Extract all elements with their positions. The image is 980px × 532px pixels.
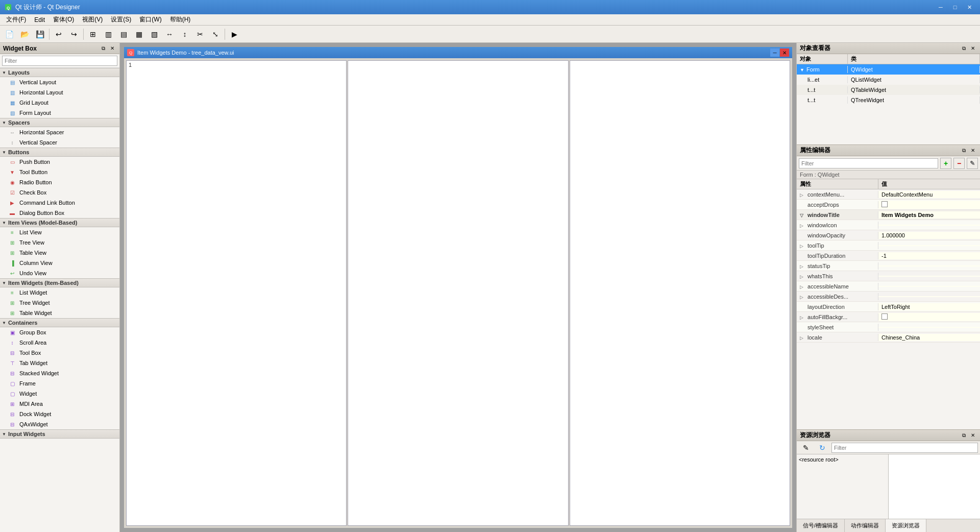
widget-command-link[interactable]: ▶ Command Link Button xyxy=(0,198,119,208)
widget-grid-layout[interactable]: ▦ Grid Layout xyxy=(0,98,119,108)
widget-mdi-area[interactable]: ⊞ MDI Area xyxy=(0,399,119,409)
obj-row-listwidget[interactable]: li...et QListWidget xyxy=(797,75,980,85)
widget-dialog-button-box[interactable]: ▬ Dialog Button Box xyxy=(0,208,119,218)
prop-row-locale[interactable]: ▷ locale Chinese_China xyxy=(797,332,980,343)
undo-button[interactable]: ↩ xyxy=(52,27,66,41)
autofill-checkbox[interactable] xyxy=(881,313,888,320)
menu-file[interactable]: 文件(F) xyxy=(2,14,30,25)
prop-remove-btn[interactable]: − xyxy=(953,158,965,169)
widget-tool-box[interactable]: ⊟ Tool Box xyxy=(0,348,119,358)
menu-window[interactable]: 窗口(W) xyxy=(135,14,165,25)
form-panel-2[interactable] xyxy=(348,60,568,526)
widget-undo-view[interactable]: ↩ Undo View xyxy=(0,268,119,278)
preview-button[interactable]: ▶ xyxy=(227,27,241,41)
obj-inspector-close-btn[interactable]: ✕ xyxy=(969,44,977,53)
widget-vertical-layout[interactable]: ▤ Vertical Layout xyxy=(0,77,119,87)
obj-row-form[interactable]: ▼ Form QWidget xyxy=(797,64,980,75)
widget-scroll-area[interactable]: ↕ Scroll Area xyxy=(0,337,119,348)
maximize-button[interactable]: □ xyxy=(948,2,962,12)
layout-sp-h[interactable]: ↔ xyxy=(162,27,177,41)
menu-help[interactable]: 帮助(H) xyxy=(166,14,195,25)
widget-stacked-widget[interactable]: ⊟ Stacked Widget xyxy=(0,368,119,378)
widget-tree-view[interactable]: ⊞ Tree View xyxy=(0,237,119,248)
res-browser-close-btn[interactable]: ✕ xyxy=(969,431,977,440)
menu-edit[interactable]: Edit xyxy=(30,15,49,25)
layout-f-button[interactable]: ▧ xyxy=(147,27,161,41)
prop-editor-float-btn[interactable]: ⧉ xyxy=(960,147,968,155)
section-item-widgets[interactable]: ▼ Item Widgets (Item-Based) xyxy=(0,278,119,287)
minimize-button[interactable]: ─ xyxy=(934,2,947,12)
prop-row-windowopacity[interactable]: windowOpacity 1.000000 xyxy=(797,230,980,240)
widget-tab-widget[interactable]: ⊤ Tab Widget xyxy=(0,358,119,368)
prop-edit-btn[interactable]: ✎ xyxy=(967,158,978,169)
prop-row-statustip[interactable]: ▷ statusTip xyxy=(797,261,980,271)
widget-push-button[interactable]: ▭ Push Button xyxy=(0,157,119,167)
open-button[interactable]: 📂 xyxy=(17,27,32,41)
widget-list-widget[interactable]: ≡ List Widget xyxy=(0,287,119,298)
save-button[interactable]: 💾 xyxy=(33,27,47,41)
widget-widget[interactable]: ▢ Widget xyxy=(0,389,119,399)
prop-row-tooltipduration[interactable]: toolTipDuration -1 xyxy=(797,251,980,261)
menu-view[interactable]: 视图(V) xyxy=(78,14,107,25)
widget-horizontal-spacer[interactable]: ↔ Horizontal Spacer xyxy=(0,127,119,137)
widget-form-layout[interactable]: ▧ Form Layout xyxy=(0,108,119,118)
menu-settings[interactable]: 设置(S) xyxy=(107,14,135,25)
res-tab-resources[interactable]: 资源浏览器 xyxy=(886,519,926,532)
widget-box-close-btn[interactable]: ✕ xyxy=(108,44,116,53)
widget-tree-widget[interactable]: ⊞ Tree Widget xyxy=(0,298,119,308)
res-refresh-btn[interactable]: ↻ xyxy=(815,441,829,455)
prop-filter-input[interactable] xyxy=(799,158,938,168)
prop-row-acceptdrops[interactable]: acceptDrops xyxy=(797,200,980,210)
form-close-btn[interactable]: ✕ xyxy=(780,49,789,57)
widget-horizontal-layout[interactable]: ▥ Horizontal Layout xyxy=(0,87,119,98)
prop-row-windowtitle[interactable]: ▽ windowTitle Item Widgets Demo xyxy=(797,210,980,220)
widget-check-box[interactable]: ☑ Check Box xyxy=(0,187,119,198)
widget-table-view[interactable]: ⊞ Table View xyxy=(0,248,119,258)
widget-box-filter[interactable] xyxy=(2,56,117,66)
widget-tool-button[interactable]: ▼ Tool Button xyxy=(0,167,119,177)
widget-button[interactable]: ⊞ xyxy=(86,27,100,41)
widget-dock-widget[interactable]: ⊟ Dock Widget xyxy=(0,409,119,419)
obj-row-treewidget[interactable]: t...t QTreeWidget xyxy=(797,95,980,105)
prop-row-accessibledes[interactable]: ▷ accessibleDes... xyxy=(797,292,980,302)
form-panel-3[interactable] xyxy=(570,60,790,526)
redo-button[interactable]: ↪ xyxy=(67,27,81,41)
widget-vertical-spacer[interactable]: ↕ Vertical Spacer xyxy=(0,137,119,148)
section-containers[interactable]: ▼ Containers xyxy=(0,318,119,327)
widget-radio-button[interactable]: ◉ Radio Button xyxy=(0,177,119,187)
widget-column-view[interactable]: ▐ Column View xyxy=(0,258,119,268)
prop-add-btn[interactable]: + xyxy=(940,158,951,169)
break-layout[interactable]: ✂ xyxy=(193,27,207,41)
obj-row-tablewidget[interactable]: t...t QTableWidget xyxy=(797,85,980,95)
layout-h-button[interactable]: ▥ xyxy=(101,27,115,41)
obj-inspector-float-btn[interactable]: ⧉ xyxy=(960,44,968,53)
prop-row-tooltip[interactable]: ▷ toolTip xyxy=(797,240,980,251)
prop-row-layoutdirection[interactable]: layoutDirection LeftToRight xyxy=(797,302,980,312)
res-edit-btn[interactable]: ✎ xyxy=(799,441,813,455)
prop-row-windowicon[interactable]: ▷ windowIcon xyxy=(797,220,980,230)
res-filter-input[interactable] xyxy=(831,443,978,453)
prop-row-contextmenu[interactable]: ▷ contextMenu... DefaultContextMenu xyxy=(797,189,980,200)
prop-editor-close-btn[interactable]: ✕ xyxy=(969,147,977,155)
widget-table-widget[interactable]: ⊞ Table Widget xyxy=(0,308,119,318)
form-panel-1[interactable]: 1 xyxy=(126,60,347,526)
widget-frame[interactable]: ▢ Frame xyxy=(0,378,119,389)
res-tab-signals[interactable]: 信号/槽编辑器 xyxy=(797,519,845,532)
prop-row-accessiblename[interactable]: ▷ accessibleName xyxy=(797,281,980,292)
widget-qax-widget[interactable]: ⊟ QAxWidget xyxy=(0,419,119,429)
section-buttons[interactable]: ▼ Buttons xyxy=(0,148,119,157)
adjust-size[interactable]: ⤡ xyxy=(208,27,223,41)
widget-list-view[interactable]: ≡ List View xyxy=(0,227,119,237)
section-input-widgets[interactable]: ▼ Input Widgets xyxy=(0,429,119,439)
prop-row-whatsthis[interactable]: ▷ whatsThis xyxy=(797,271,980,281)
form-minimize-btn[interactable]: ─ xyxy=(770,49,779,57)
res-root-item[interactable]: <resource root> xyxy=(799,456,839,463)
widget-group-box[interactable]: ▣ Group Box xyxy=(0,327,119,337)
prop-row-stylesheet[interactable]: styleSheet xyxy=(797,322,980,332)
section-item-views[interactable]: ▼ Item Views (Model-Based) xyxy=(0,218,119,227)
design-area[interactable]: Q Item Widgets Demo - tree_data_vew.ui ─… xyxy=(120,43,796,532)
acceptdrops-checkbox[interactable] xyxy=(881,201,888,207)
res-tab-actions[interactable]: 动作编辑器 xyxy=(845,519,886,532)
close-button[interactable]: ✕ xyxy=(963,2,976,12)
res-browser-float-btn[interactable]: ⧉ xyxy=(960,431,968,440)
